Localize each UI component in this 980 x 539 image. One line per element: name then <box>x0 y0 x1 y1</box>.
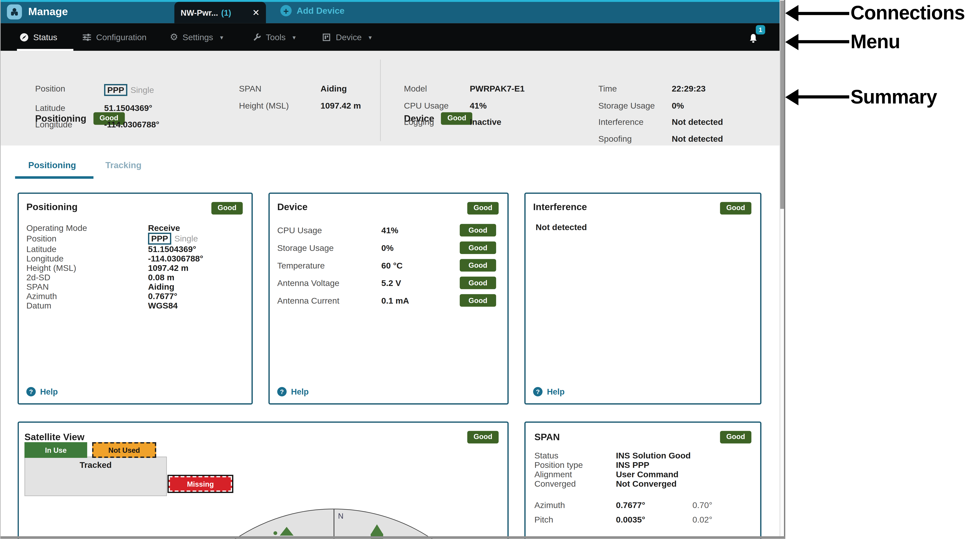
field-value: 1097.42 m <box>148 264 244 273</box>
field-label: Temperature <box>277 261 381 270</box>
menu-bar: Status Configuration ⚙ Setti <box>1 23 784 51</box>
span-azimuth-row: Azimuth 0.7677° 0.70° <box>534 498 751 512</box>
field-label: Longitude <box>26 254 148 264</box>
tab-positioning[interactable]: Positioning <box>28 160 76 170</box>
table-row: Storage Usage 0% Good <box>277 239 500 256</box>
field-value: Not detected <box>672 134 723 143</box>
field-value: 1097.42 m <box>320 101 361 110</box>
field-sd-value: 0.02° <box>692 515 712 525</box>
summary-arrow-icon <box>785 89 798 105</box>
field-sd-value: 0.70° <box>692 501 712 510</box>
vertical-scrollbar-thumb[interactable] <box>780 1 784 209</box>
field-label: Position type <box>534 460 616 470</box>
field-value: 0% <box>672 101 723 110</box>
field-value: -114.0306788° <box>104 120 159 129</box>
field-value: 5.2 V <box>382 278 460 288</box>
status-badge: Good <box>467 431 499 443</box>
status-badge: Good <box>460 294 496 307</box>
field-label: Antenna Voltage <box>277 278 381 288</box>
help-link[interactable]: ? Help <box>277 387 309 396</box>
field-value: 22:29:23 <box>672 84 723 94</box>
field-label: Datum <box>26 301 148 310</box>
legend-in-use: In Use <box>24 442 87 458</box>
screenshot-root: Manage NW-Pwr... (1) ✕ + Add Device <box>0 0 980 539</box>
field-value: 51.1504369° <box>148 245 244 254</box>
notifications-button[interactable]: 1 <box>748 27 766 47</box>
sliders-icon <box>82 32 92 42</box>
status-badge: Good <box>460 259 496 272</box>
close-tab-icon[interactable]: ✕ <box>252 8 260 17</box>
notification-count-badge: 1 <box>756 25 765 35</box>
field-label: Interference <box>598 117 672 127</box>
help-link[interactable]: ? Help <box>533 387 565 396</box>
field-label: Longitude <box>35 120 104 129</box>
active-tab-underline <box>15 176 94 178</box>
summary-divider <box>380 60 381 141</box>
field-value: 51.1504369° <box>104 103 159 113</box>
menu-item-device[interactable]: Device ▾ <box>322 32 372 42</box>
field-value: User Command <box>616 470 751 479</box>
field-label: CPU Usage <box>404 101 470 110</box>
field-label: Pitch <box>534 515 616 525</box>
menu-item-status[interactable]: Status <box>19 32 57 42</box>
table-row: Temperature 60 °C Good <box>277 256 500 274</box>
summary-device-grid2: Time 22:29:23 Storage Usage 0% Interfere… <box>598 84 723 143</box>
summary-positioning-grid2: SPAN Aiding Height (MSL) 1097.42 m <box>239 84 361 110</box>
field-label: Logging <box>404 117 470 127</box>
summary-bar: Positioning Good Position PPPSingle Lati… <box>1 51 784 145</box>
field-value: Not detected <box>672 117 723 127</box>
table-row: Antenna Current 0.1 mA Good <box>277 292 500 309</box>
satellite-marker-icon <box>274 531 277 535</box>
bell-icon <box>748 33 759 45</box>
field-label: SPAN <box>239 84 320 94</box>
table-row: Antenna Voltage 5.2 V Good <box>277 274 500 292</box>
card-title: Satellite View <box>24 432 502 442</box>
field-value: 0% <box>382 243 460 253</box>
connection-tab[interactable]: NW-Pwr... (1) ✕ <box>175 2 266 23</box>
menu-item-tools[interactable]: Tools ▾ <box>252 32 296 42</box>
field-label: Height (MSL) <box>239 101 320 110</box>
legend-missing: Missing <box>169 476 232 492</box>
menu-item-configuration[interactable]: Configuration <box>82 32 146 42</box>
menu-arrow-shaft <box>798 40 849 43</box>
summary-arrow-shaft <box>798 95 849 99</box>
device-card-rows: CPU Usage 41% Good Storage Usage 0% Good… <box>277 221 500 309</box>
bottom-bar <box>1 536 785 539</box>
field-label: Converged <box>534 479 616 489</box>
menu-item-label: Tools <box>266 32 286 42</box>
connection-tab-count: (1) <box>221 8 231 17</box>
field-value: 0.7677° <box>148 292 244 301</box>
satellite-view-card: Satellite View Good Tracked In Use Not U… <box>18 421 509 539</box>
menu-item-label: Device <box>336 32 362 42</box>
connection-tab-label: NW-Pwr... <box>181 8 218 17</box>
field-label: Model <box>404 84 470 94</box>
status-badge: Good <box>467 202 499 214</box>
field-label: Spoofing <box>598 134 672 143</box>
menu-item-settings[interactable]: ⚙ Settings ▾ <box>170 32 223 42</box>
field-value: 41% <box>382 226 460 235</box>
add-device-button[interactable]: + Add Device <box>280 5 344 16</box>
span-card-rows: Status INS Solution Good Position type I… <box>534 451 751 489</box>
field-value: Receive <box>148 223 244 233</box>
help-link[interactable]: ? Help <box>26 387 58 396</box>
novatel-logo-icon <box>7 4 22 19</box>
wrench-icon <box>252 32 261 42</box>
field-label: SPAN <box>26 282 148 292</box>
interference-message: Not detected <box>536 223 752 232</box>
positioning-card-rows: Operating Mode Receive Position PPPSingl… <box>26 223 244 310</box>
field-value: 0.7677° <box>616 501 692 510</box>
active-menu-underline <box>17 49 73 51</box>
summary-positioning-grid: Position PPPSingle Latitude 51.1504369° … <box>35 84 159 129</box>
tab-tracking[interactable]: Tracking <box>105 160 142 170</box>
field-label: Position <box>26 234 148 243</box>
status-badge: Good <box>211 202 243 214</box>
field-label: Position <box>35 84 104 96</box>
field-label: Height (MSL) <box>26 264 148 273</box>
gear-icon: ⚙ <box>170 32 178 42</box>
field-label: CPU Usage <box>277 226 381 235</box>
field-label: Latitude <box>35 103 104 113</box>
card-title: Interference <box>533 201 752 212</box>
field-label: 2d-SD <box>26 273 148 282</box>
help-icon: ? <box>277 387 286 396</box>
field-value: 60 °C <box>382 261 460 270</box>
